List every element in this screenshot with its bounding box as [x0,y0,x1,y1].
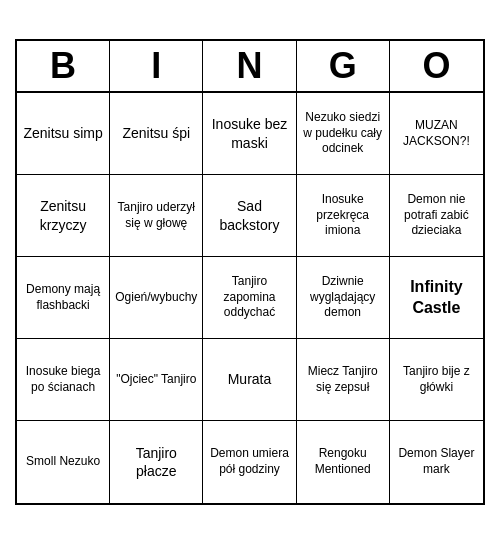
bingo-cell-7[interactable]: Sad backstory [203,175,296,257]
bingo-cell-13[interactable]: Dziwnie wyglądający demon [297,257,390,339]
bingo-cell-11[interactable]: Ogień/wybuchy [110,257,203,339]
bingo-cell-18[interactable]: Miecz Tanjiro się zepsuł [297,339,390,421]
bingo-cell-2[interactable]: Inosuke bez maski [203,93,296,175]
bingo-cell-10[interactable]: Demony mają flashbacki [17,257,110,339]
bingo-cell-21[interactable]: Tanjiro płacze [110,421,203,503]
bingo-grid: Zenitsu simpZenitsu śpiInosuke bez maski… [17,93,483,503]
bingo-cell-23[interactable]: Rengoku Mentioned [297,421,390,503]
bingo-cell-16[interactable]: "Ojciec" Tanjiro [110,339,203,421]
letter-b: B [17,41,110,91]
bingo-cell-5[interactable]: Zenitsu krzyczy [17,175,110,257]
bingo-cell-17[interactable]: Murata [203,339,296,421]
bingo-cell-22[interactable]: Demon umiera pół godziny [203,421,296,503]
letter-i: I [110,41,203,91]
bingo-cell-1[interactable]: Zenitsu śpi [110,93,203,175]
bingo-cell-24[interactable]: Demon Slayer mark [390,421,483,503]
bingo-cell-8[interactable]: Inosuke przekręca imiona [297,175,390,257]
bingo-cell-6[interactable]: Tanjiro uderzył się w głowę [110,175,203,257]
bingo-cell-15[interactable]: Inosuke biega po ścianach [17,339,110,421]
bingo-cell-12[interactable]: Tanjiro zapomina oddychać [203,257,296,339]
bingo-cell-4[interactable]: MUZAN JACKSON?! [390,93,483,175]
letter-o: O [390,41,483,91]
letter-g: G [297,41,390,91]
bingo-cell-19[interactable]: Tanjiro bije z główki [390,339,483,421]
bingo-cell-14[interactable]: Infinity Castle [390,257,483,339]
bingo-cell-9[interactable]: Demon nie potrafi zabić dzieciaka [390,175,483,257]
bingo-card: B I N G O Zenitsu simpZenitsu śpiInosuke… [15,39,485,505]
bingo-cell-20[interactable]: Smoll Nezuko [17,421,110,503]
bingo-header: B I N G O [17,41,483,93]
bingo-cell-3[interactable]: Nezuko siedzi w pudełku cały odcinek [297,93,390,175]
letter-n: N [203,41,296,91]
bingo-cell-0[interactable]: Zenitsu simp [17,93,110,175]
